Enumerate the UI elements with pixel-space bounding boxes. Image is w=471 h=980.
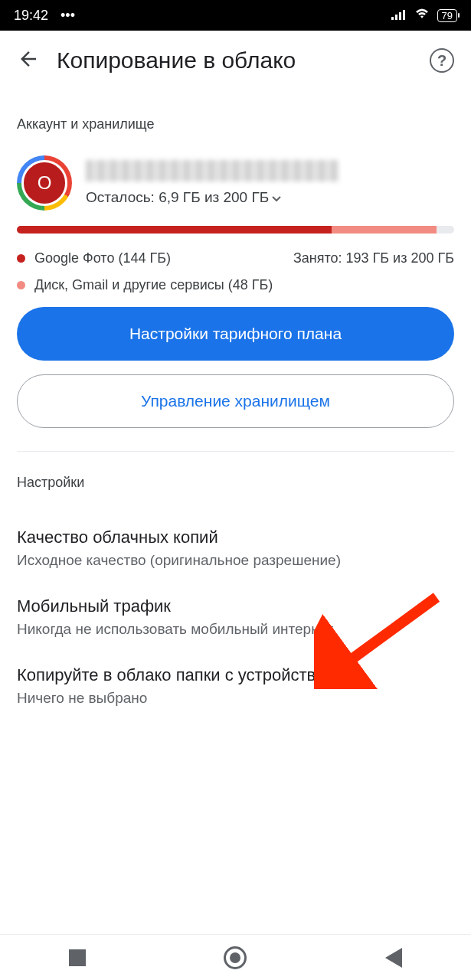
app-header: Копирование в облако ?: [0, 31, 471, 81]
avatar-letter: O: [21, 160, 67, 206]
settings-section-label: Настройки: [17, 475, 454, 491]
svg-rect-2: [399, 12, 401, 20]
wifi-icon: [414, 8, 430, 24]
divider: [17, 451, 454, 452]
help-icon[interactable]: ?: [430, 48, 454, 73]
battery-icon: 79: [437, 9, 457, 22]
chevron-down-icon[interactable]: [272, 189, 281, 206]
setting-mobile-sub: Никогда не использовать мобильный интерн…: [17, 621, 454, 638]
storage-remaining: Осталось: 6,9 ГБ из 200 ГБ: [86, 189, 454, 206]
storage-bar: [17, 226, 454, 234]
manage-storage-button[interactable]: Управление хранилищем: [17, 374, 454, 428]
legend-dot-pink: [17, 281, 25, 289]
setting-folders[interactable]: Копируйте в облако папки с устройства Ни…: [17, 652, 454, 720]
legend-row-other: Диск, Gmail и другие сервисы (48 ГБ): [17, 277, 454, 293]
setting-folders-sub: Ничего не выбрано: [17, 690, 454, 707]
svg-rect-0: [391, 17, 394, 20]
nav-home-button[interactable]: [224, 946, 247, 969]
setting-mobile[interactable]: Мобильный трафик Никогда не использовать…: [17, 583, 454, 652]
plan-settings-button[interactable]: Настройки тарифного плана: [17, 307, 454, 361]
navigation-bar: [0, 934, 471, 980]
setting-folders-title: Копируйте в облако папки с устройства: [17, 665, 454, 685]
nav-back-button[interactable]: [385, 948, 402, 968]
nav-recents-button[interactable]: [69, 949, 86, 966]
storage-used-total: Занято: 193 ГБ из 200 ГБ: [293, 250, 454, 266]
legend-dot-red: [17, 254, 25, 263]
setting-quality[interactable]: Качество облачных копий Исходное качеств…: [17, 514, 454, 583]
status-more-icon: •••: [61, 8, 75, 24]
account-section-label: Аккаунт и хранилище: [17, 116, 454, 132]
setting-quality-sub: Исходное качество (оригинальное разрешен…: [17, 552, 454, 569]
setting-mobile-title: Мобильный трафик: [17, 596, 454, 616]
main-content: Копирование в облако ? Аккаунт и хранили…: [0, 31, 471, 934]
account-row[interactable]: O Осталось: 6,9 ГБ из 200 ГБ: [17, 155, 454, 211]
storage-bar-photos: [17, 226, 332, 234]
avatar: O: [17, 155, 72, 211]
account-section: Аккаунт и хранилище O Осталось: 6,9 ГБ и…: [0, 81, 471, 733]
svg-rect-3: [403, 10, 405, 20]
status-time: 19:42: [14, 8, 48, 24]
storage-bar-other: [332, 226, 437, 234]
legend-row-photos: Google Фото (144 ГБ) Занято: 193 ГБ из 2…: [17, 250, 454, 266]
status-bar: 19:42 ••• 79: [0, 0, 471, 31]
signal-icon: [391, 8, 407, 24]
svg-rect-1: [395, 15, 397, 20]
account-email-blurred: [86, 160, 339, 181]
setting-quality-title: Качество облачных копий: [17, 528, 454, 547]
page-title: Копирование в облако: [57, 47, 413, 74]
back-icon[interactable]: [17, 47, 40, 74]
